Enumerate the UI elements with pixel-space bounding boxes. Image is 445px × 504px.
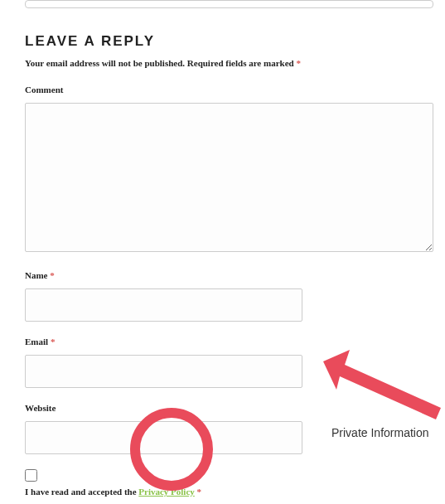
email-field[interactable]: [25, 355, 302, 388]
required-asterisk: *: [197, 487, 202, 497]
privacy-row: I have read and accepted the Privacy Pol…: [25, 469, 433, 497]
notice-text-2: Required fields are marked: [187, 58, 294, 68]
name-label-text: Name: [25, 270, 48, 280]
email-label-text: Email: [25, 337, 48, 346]
previous-box-bottom: [25, 0, 433, 8]
privacy-text-before: I have read and accepted the: [25, 487, 137, 497]
name-label: Name *: [25, 270, 433, 280]
website-field[interactable]: [25, 421, 302, 454]
privacy-checkbox[interactable]: [25, 469, 37, 482]
name-field[interactable]: [25, 288, 302, 322]
email-label: Email *: [25, 337, 433, 346]
privacy-policy-link[interactable]: Privacy Policy: [138, 487, 195, 497]
page-title: LEAVE A REPLY: [25, 33, 433, 50]
comment-label: Comment: [25, 85, 433, 94]
required-asterisk: *: [296, 58, 301, 68]
website-label: Website: [25, 403, 433, 413]
comment-textarea[interactable]: [25, 103, 433, 252]
notice-text-1: Your email address will not be published…: [25, 58, 185, 68]
required-asterisk: *: [50, 270, 55, 280]
form-notice: Your email address will not be published…: [25, 58, 433, 68]
reply-form: LEAVE A REPLY Your email address will no…: [7, 33, 445, 504]
required-asterisk: *: [51, 337, 56, 346]
